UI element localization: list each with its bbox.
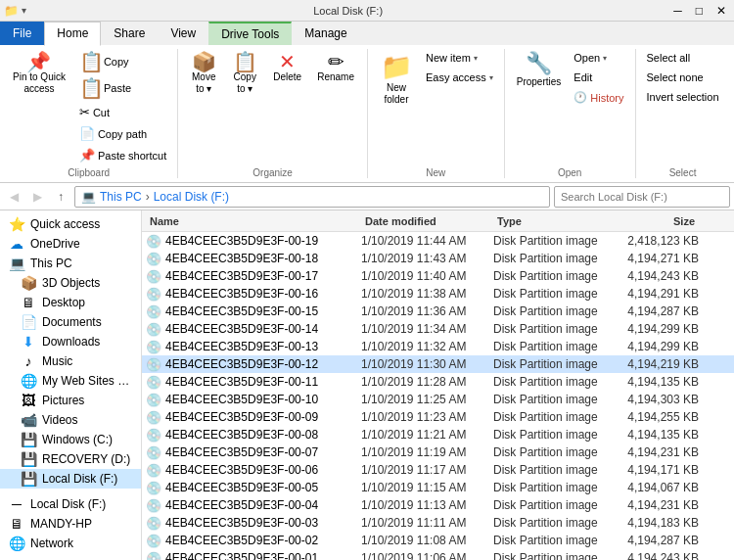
column-size[interactable]: Size bbox=[611, 215, 699, 227]
forward-button[interactable]: ▶ bbox=[27, 187, 47, 207]
path-this-pc[interactable]: This PC bbox=[100, 190, 142, 204]
sidebar-item-recovery-d[interactable]: 💾 RECOVERY (D:) bbox=[0, 449, 141, 469]
sidebar-item-downloads[interactable]: ⬇ Downloads bbox=[0, 332, 141, 351]
column-name[interactable]: Name bbox=[146, 215, 361, 227]
copy-button[interactable]: 📋 Copy bbox=[74, 49, 171, 74]
table-row[interactable]: 💿 4EB4CEEC3B5D9E3F-00-02 1/10/2019 11:08… bbox=[142, 532, 734, 549]
history-button[interactable]: 🕐 History bbox=[569, 88, 628, 107]
clipboard-label: Clipboard bbox=[68, 165, 110, 178]
tab-share[interactable]: Share bbox=[101, 22, 158, 45]
table-row[interactable]: 💿 4EB4CEEC3B5D9E3F-00-19 1/10/2019 11:44… bbox=[142, 232, 734, 250]
path-sep-1: › bbox=[146, 190, 150, 204]
cut-button[interactable]: ✂ Cut bbox=[74, 102, 171, 122]
sidebar-item-local-disk-f[interactable]: ─ Local Disk (F:) bbox=[0, 494, 141, 514]
pin-to-quick-access-button[interactable]: 📌 Pin to Quickaccess bbox=[6, 49, 72, 98]
sidebar-item-documents[interactable]: 📄 Documents bbox=[0, 312, 141, 332]
easy-access-button[interactable]: Easy access ▾ bbox=[421, 69, 498, 86]
sidebar-item-mandy-hp[interactable]: 🖥 MANDY-HP bbox=[0, 514, 141, 534]
sidebar-item-quick-access[interactable]: ⭐ Quick access bbox=[0, 214, 141, 234]
delete-button[interactable]: ✕ Delete bbox=[266, 49, 308, 86]
table-row[interactable]: 💿 4EB4CEEC3B5D9E3F-00-01 1/10/2019 11:06… bbox=[142, 549, 734, 560]
open-button[interactable]: Open ▾ bbox=[569, 49, 628, 67]
tab-file[interactable]: File bbox=[0, 22, 44, 45]
sidebar-item-windows-c[interactable]: 💾 Windows (C:) bbox=[0, 430, 141, 449]
table-row[interactable]: 💿 4EB4CEEC3B5D9E3F-00-15 1/10/2019 11:36… bbox=[142, 303, 734, 320]
invert-selection-label: Invert selection bbox=[647, 91, 719, 103]
sidebar-item-music[interactable]: ♪ Music bbox=[0, 351, 141, 371]
edit-label: Edit bbox=[573, 71, 592, 83]
column-type[interactable]: Type bbox=[493, 215, 611, 227]
table-row[interactable]: 💿 4EB4CEEC3B5D9E3F-00-11 1/10/2019 11:28… bbox=[142, 373, 734, 391]
paste-shortcut-button[interactable]: 📌 Paste shortcut bbox=[74, 145, 171, 165]
tab-drive-tools[interactable]: Drive Tools bbox=[208, 22, 292, 45]
documents-icon: 📄 bbox=[20, 314, 37, 330]
table-row[interactable]: 💿 4EB4CEEC3B5D9E3F-00-16 1/10/2019 11:38… bbox=[142, 285, 734, 303]
select-none-button[interactable]: Select none bbox=[642, 69, 724, 86]
sidebar-item-this-pc[interactable]: 💻 This PC bbox=[0, 254, 141, 273]
file-list-header: Name Date modified Type Size bbox=[142, 210, 734, 232]
file-type-icon: 💿 bbox=[146, 551, 161, 561]
minimize-button[interactable]: ─ bbox=[669, 4, 686, 18]
file-size-cell: 4,194,243 KB bbox=[611, 551, 699, 560]
search-input[interactable] bbox=[554, 186, 730, 208]
delete-icon: ✕ bbox=[279, 52, 296, 71]
table-row[interactable]: 💿 4EB4CEEC3B5D9E3F-00-03 1/10/2019 11:11… bbox=[142, 514, 734, 532]
copy-to-button[interactable]: 📋 Copyto ▾ bbox=[225, 49, 264, 98]
ribbon-group-select: Select all Select none Invert selection … bbox=[636, 49, 730, 178]
table-row[interactable]: 💿 4EB4CEEC3B5D9E3F-00-09 1/10/2019 11:23… bbox=[142, 408, 734, 426]
table-row[interactable]: 💿 4EB4CEEC3B5D9E3F-00-18 1/10/2019 11:43… bbox=[142, 250, 734, 267]
quick-access-icon[interactable]: ▾ bbox=[22, 5, 26, 16]
sidebar-item-web-sites[interactable]: 🌐 My Web Sites on M bbox=[0, 371, 141, 391]
sidebar-item-desktop[interactable]: 🖥 Desktop bbox=[0, 293, 141, 312]
column-date[interactable]: Date modified bbox=[361, 215, 493, 227]
select-all-button[interactable]: Select all bbox=[642, 49, 724, 67]
paste-button[interactable]: 📋 Paste bbox=[74, 75, 171, 101]
table-row[interactable]: 💿 4EB4CEEC3B5D9E3F-00-10 1/10/2019 11:25… bbox=[142, 391, 734, 408]
properties-button[interactable]: 🔧 Properties bbox=[511, 49, 568, 89]
sidebar-item-onedrive[interactable]: ☁ OneDrive bbox=[0, 234, 141, 254]
maximize-button[interactable]: □ bbox=[692, 4, 707, 18]
edit-button[interactable]: Edit bbox=[569, 69, 628, 86]
file-size-cell: 4,194,287 KB bbox=[611, 304, 699, 318]
address-path[interactable]: 💻 This PC › Local Disk (F:) bbox=[74, 186, 550, 208]
file-name-cell: 💿 4EB4CEEC3B5D9E3F-00-17 bbox=[146, 269, 361, 284]
file-size-cell: 4,194,299 KB bbox=[611, 322, 699, 336]
table-row[interactable]: 💿 4EB4CEEC3B5D9E3F-00-07 1/10/2019 11:19… bbox=[142, 443, 734, 461]
copy-path-button[interactable]: 📄 Copy path bbox=[74, 123, 171, 144]
close-button[interactable]: ✕ bbox=[712, 4, 730, 18]
new-folder-button[interactable]: 📁 Newfolder bbox=[374, 49, 419, 109]
up-button[interactable]: ↑ bbox=[51, 187, 70, 207]
table-row[interactable]: 💿 4EB4CEEC3B5D9E3F-00-08 1/10/2019 11:21… bbox=[142, 426, 734, 443]
table-row[interactable]: 💿 4EB4CEEC3B5D9E3F-00-17 1/10/2019 11:40… bbox=[142, 267, 734, 285]
file-type-cell: Disk Partition image bbox=[493, 357, 611, 371]
path-local-disk[interactable]: Local Disk (F:) bbox=[154, 190, 229, 204]
tab-manage[interactable]: Manage bbox=[292, 22, 359, 45]
move-to-button[interactable]: 📦 Moveto ▾ bbox=[184, 49, 223, 98]
tab-home[interactable]: Home bbox=[44, 22, 101, 46]
table-row[interactable]: 💿 4EB4CEEC3B5D9E3F-00-06 1/10/2019 11:17… bbox=[142, 461, 734, 479]
tab-view[interactable]: View bbox=[158, 22, 208, 45]
sidebar-item-3d-objects[interactable]: 📦 3D Objects bbox=[0, 273, 141, 293]
file-type-cell: Disk Partition image bbox=[493, 516, 611, 530]
table-row[interactable]: 💿 4EB4CEEC3B5D9E3F-00-13 1/10/2019 11:32… bbox=[142, 338, 734, 355]
new-item-arrow: ▾ bbox=[474, 54, 478, 63]
sidebar-item-pictures[interactable]: 🖼 Pictures bbox=[0, 391, 141, 410]
file-name-cell: 💿 4EB4CEEC3B5D9E3F-00-11 bbox=[146, 375, 361, 390]
sidebar-item-videos[interactable]: 📹 Videos bbox=[0, 410, 141, 430]
file-type-cell: Disk Partition image bbox=[493, 393, 611, 406]
table-row[interactable]: 💿 4EB4CEEC3B5D9E3F-00-05 1/10/2019 11:15… bbox=[142, 479, 734, 496]
sidebar-item-network[interactable]: 🌐 Network bbox=[0, 534, 141, 553]
file-name-cell: 💿 4EB4CEEC3B5D9E3F-00-10 bbox=[146, 393, 361, 407]
table-row[interactable]: 💿 4EB4CEEC3B5D9E3F-00-12 1/10/2019 11:30… bbox=[142, 355, 734, 373]
back-button[interactable]: ◀ bbox=[4, 187, 23, 207]
open-arrow: ▾ bbox=[603, 54, 607, 63]
file-name-cell: 💿 4EB4CEEC3B5D9E3F-00-16 bbox=[146, 287, 361, 302]
videos-icon: 📹 bbox=[20, 412, 37, 428]
table-row[interactable]: 💿 4EB4CEEC3B5D9E3F-00-14 1/10/2019 11:34… bbox=[142, 320, 734, 338]
new-item-button[interactable]: New item ▾ bbox=[421, 49, 498, 67]
file-type-icon: 💿 bbox=[146, 375, 161, 390]
rename-button[interactable]: ✏ Rename bbox=[310, 49, 361, 85]
table-row[interactable]: 💿 4EB4CEEC3B5D9E3F-00-04 1/10/2019 11:13… bbox=[142, 496, 734, 514]
sidebar-item-local-disk-f-sub[interactable]: 💾 Local Disk (F:) bbox=[0, 469, 141, 489]
invert-selection-button[interactable]: Invert selection bbox=[642, 88, 724, 106]
